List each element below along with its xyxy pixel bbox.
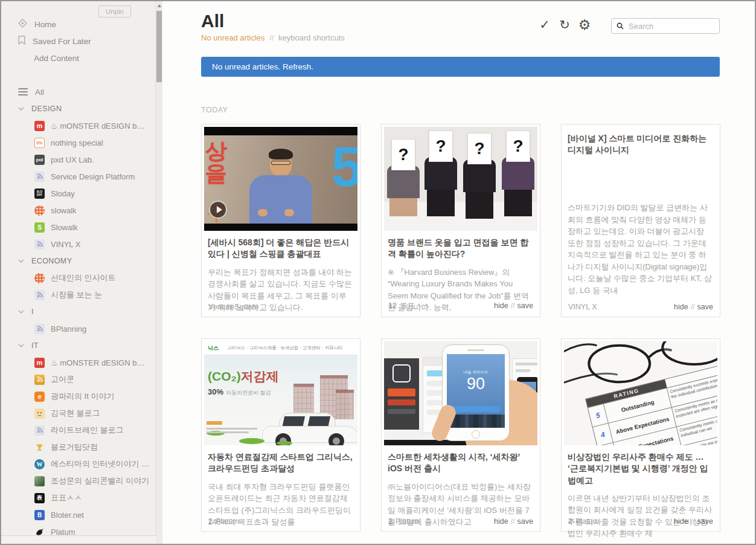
feed-favicon	[34, 205, 45, 216]
engagement-count: 12	[388, 302, 397, 310]
sidebar-feed[interactable]: 表 표표ㅅㅅ	[1, 489, 156, 506]
sidebar-feed[interactable]: slowalk	[1, 202, 156, 219]
list-hamburger-icon	[18, 88, 28, 95]
hide-button[interactable]: hide	[674, 517, 688, 526]
hide-button[interactable]: hide	[494, 517, 508, 526]
rss-icon	[34, 375, 45, 385]
save-button[interactable]: save	[517, 302, 533, 310]
article-title[interactable]: 자동차 연료절감제 스타트업 그리닉스, 크라우드펀딩 초과달성	[208, 451, 354, 475]
search-box[interactable]	[611, 18, 720, 34]
article-thumbnail[interactable]: RATING 5OutstandingConsistently exceeds …	[564, 341, 717, 445]
article-title[interactable]: [바이널 X] 스마트 미디어로 진화하는 디지털 사이니지	[568, 133, 714, 156]
hide-button[interactable]: hide	[494, 302, 508, 310]
article-thumbnail[interactable]: 닉스 그리닉스 · 그리닉스제품 · 녹색산업 · 고객센터 · 커뮤니티 (C…	[204, 341, 357, 445]
rss-icon	[34, 324, 45, 334]
save-button[interactable]: save	[697, 517, 713, 526]
article-footer: 2Platum hide//save	[388, 517, 533, 526]
page-title: All	[201, 11, 224, 31]
feed-favicon: S	[34, 222, 45, 233]
keyboard-shortcuts-link[interactable]: keyboard shortcuts	[278, 33, 345, 42]
sidebar-feed[interactable]: 선대인의 인사이트	[1, 269, 156, 286]
sidebar-feed[interactable]: 라이트브레인 블로그	[1, 422, 156, 439]
sidebar-item-all[interactable]: All	[1, 83, 156, 100]
article-card: RATING 5OutstandingConsistently exceeds …	[561, 338, 720, 532]
sidebar-feed[interactable]: 김국현 블로그	[1, 405, 156, 422]
save-button[interactable]: save	[697, 303, 713, 311]
person-figure: ?	[500, 127, 536, 231]
sidebar-feed[interactable]: m ♨ mONSTER dESIGN b…	[1, 117, 156, 134]
sidebar-feed[interactable]: VINYL X	[1, 236, 156, 253]
article-card: ? ? ? ? 명품 브랜드 옷을	[381, 124, 540, 317]
article-title[interactable]: 스마트한 세차생활의 시작, ‘세차왕’ iOS 버전 출시	[388, 451, 534, 475]
sidebar-feed[interactable]: W 에스티마의 인터넷이야기 E…	[1, 456, 156, 472]
sidebar-feed[interactable]: Service Design Platform	[1, 168, 156, 185]
today-group-label: TODAY	[201, 106, 228, 114]
search-icon	[617, 22, 624, 30]
feed-favicon: pxd	[34, 155, 45, 165]
sidebar-item-label: Saved For Later	[33, 37, 91, 46]
sidebar-section-economy[interactable]: ECONOMY	[1, 253, 156, 269]
feedly-home-icon	[18, 19, 27, 30]
avatar-favicon	[34, 476, 45, 486]
video-still: 상을 꾸 5	[204, 135, 357, 224]
sidebar-feed[interactable]: 조성문의 실리콘밸리 이야기	[1, 472, 156, 489]
scrollbar-up-arrow-icon[interactable]	[158, 4, 161, 7]
chevron-down-icon	[18, 310, 24, 314]
article-title[interactable]: 명품 브랜드 옷을 입고 면접을 보면 합격 확률이 높아진다?	[388, 237, 534, 260]
sidebar-feed[interactable]: 시장을 보는 눈	[1, 286, 156, 303]
car-figure	[262, 413, 357, 444]
home-button-icon	[472, 430, 480, 439]
sidebar-feed[interactable]: B Bloter.net	[1, 506, 156, 523]
sidebar-feed[interactable]: 0% nothing special	[1, 134, 156, 151]
article-thumbnail[interactable]: ? ? ? ?	[384, 127, 537, 231]
rss-icon	[34, 239, 45, 250]
sidebar-feed[interactable]: pxd pxd UX Lab.	[1, 151, 156, 168]
save-button[interactable]: save	[517, 517, 533, 526]
sidebar-feed[interactable]: e 광파리의 It 이야기	[1, 388, 156, 405]
sidebar-section-design[interactable]: DESIGN	[1, 100, 156, 117]
sidebar-item-home[interactable]: Home	[1, 16, 156, 33]
play-button-icon[interactable]	[209, 201, 227, 219]
sidebar-feed[interactable]: S Slowalk	[1, 219, 156, 236]
article-snippet: 이르면 내년 상반기부터 비상장법인의 조합원이 회사에게 일정 요건을 갖춘 …	[568, 492, 714, 540]
site-navbar: 닉스 그리닉스 · 그리닉스제품 · 녹색산업 · 고객센터 · 커뮤니티	[204, 341, 357, 355]
article-card: 90 내일 세차지수 90	[381, 338, 540, 532]
sidebar-scrollbar[interactable]	[155, 1, 162, 544]
no-unread-banner[interactable]: No unread articles. Refresh.	[201, 57, 720, 77]
sidebar-feed[interactable]: 고어쿤	[1, 371, 156, 388]
article-title[interactable]: 비상장법인 우리사주 환매수 제도 … ‘근로복지기본법 및 시행령’ 개정안 …	[568, 451, 714, 486]
article-thumbnail[interactable]: 90 내일 세차지수 90	[384, 341, 537, 445]
article-title[interactable]: [세바시 568회] 더 좋은 해답은 반드시 있다 | 신병철 스핑클 총괄대…	[208, 237, 354, 260]
settings-gear-icon[interactable]: ⚙	[578, 17, 591, 33]
sidebar-feed[interactable]: SLODAY Sloday	[1, 185, 156, 202]
iphone-figure: 내일 세차지수 90	[442, 344, 510, 441]
feed-favicon: SLODAY	[34, 189, 45, 199]
sidebar-feed[interactable]: Platum	[1, 523, 156, 536]
mark-all-read-icon[interactable]: ✓	[538, 17, 551, 33]
sidebar-item-add-content[interactable]: Add Content	[1, 50, 156, 66]
sidebar-section-i[interactable]: I	[1, 303, 156, 320]
sidebar-section-it[interactable]: IT	[1, 337, 156, 354]
sidebar-feed[interactable]: BPlanning	[1, 320, 156, 337]
scrollbar-thumb[interactable]	[156, 11, 162, 82]
main-content: All No unread articles // keyboard short…	[162, 1, 755, 544]
chevron-down-icon	[18, 107, 24, 111]
search-input[interactable]	[627, 21, 714, 31]
feed-favicon	[34, 273, 45, 283]
person-figure: ?	[423, 127, 459, 231]
feed-favicon: 表	[34, 493, 45, 503]
bookmark-icon	[18, 36, 25, 47]
sidebar-feed[interactable]: m ♨ mONSTER dESIGN b…	[1, 354, 156, 371]
engagement-count: 2	[568, 517, 572, 526]
sidebar-spacer	[1, 66, 156, 83]
article-footer: VentureSquare	[208, 303, 353, 311]
sidebar-item-saved-for-later[interactable]: Saved For Later	[1, 33, 156, 50]
unpin-button[interactable]: Unpin	[98, 5, 131, 18]
hide-button[interactable]: hide	[674, 303, 688, 311]
article-source: Platum	[575, 517, 599, 526]
article-card: [바이널 X] 스마트 미디어로 진화하는 디지털 사이니지 스마트기기와 DI…	[561, 124, 720, 317]
wordpress-icon: W	[34, 459, 45, 469]
article-thumbnail[interactable]: 상을 꾸 5	[204, 127, 357, 231]
refresh-icon[interactable]: ↻	[558, 17, 571, 33]
sidebar-feed[interactable]: 블로거팁닷컴	[1, 439, 156, 456]
